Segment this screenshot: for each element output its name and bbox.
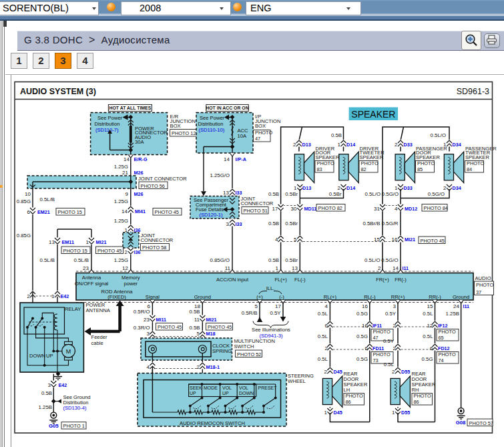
svg-text:24: 24 — [453, 303, 459, 309]
svg-text:16: 16 — [362, 323, 368, 329]
svg-text:0.5L: 0.5L — [423, 311, 433, 317]
svg-text:RL(+): RL(+) — [324, 294, 337, 300]
svg-text:I33: I33 — [236, 190, 242, 196]
svg-text:13: 13 — [292, 265, 298, 271]
svg-text:CONNECTOR: CONNECTOR — [141, 237, 174, 243]
svg-text:ON/OFF signal: ON/OFF signal — [75, 281, 109, 287]
svg-text:PHOTO: PHOTO — [361, 160, 379, 166]
svg-text:RR(+): RR(+) — [391, 294, 405, 300]
svg-text:EM21: EM21 — [37, 209, 50, 215]
svg-text:(FIXED): (FIXED) — [107, 294, 126, 300]
svg-text:17: 17 — [275, 303, 281, 309]
svg-text:MI21: MI21 — [206, 317, 217, 323]
svg-text:SPEAKER: SPEAKER — [351, 109, 395, 120]
svg-text:3: 3 — [226, 221, 230, 227]
svg-text:2: 2 — [393, 323, 397, 329]
svg-text:I36: I36 — [134, 249, 141, 255]
svg-text:0.5Y: 0.5Y — [270, 310, 281, 316]
svg-text:86: 86 — [414, 399, 419, 405]
svg-text:E42: E42 — [61, 293, 69, 299]
svg-text:PHOTO: PHOTO — [373, 351, 391, 357]
svg-text:10: 10 — [25, 191, 31, 197]
svg-text:(SD110-7): (SD110-7) — [95, 127, 119, 133]
svg-text:1: 1 — [338, 142, 341, 148]
svg-text:DOWN: DOWN — [239, 391, 254, 396]
svg-text:1: 1 — [395, 185, 398, 191]
svg-text:MI41: MI41 — [135, 208, 146, 214]
svg-text:0.5G: 0.5G — [356, 333, 368, 339]
svg-text:0.5B: 0.5B — [268, 257, 279, 263]
svg-text:M: M — [66, 348, 71, 355]
svg-text:0.5G: 0.5G — [356, 356, 368, 362]
svg-text:2: 2 — [125, 249, 128, 255]
svg-text:RR(-): RR(-) — [429, 294, 441, 300]
svg-text:BOX: BOX — [170, 123, 181, 129]
svg-text:13: 13 — [223, 190, 229, 196]
svg-text:M26: M26 — [134, 191, 144, 197]
svg-text:82: 82 — [361, 166, 366, 172]
svg-text:1.25B: 1.25B — [446, 311, 459, 317]
svg-text:15: 15 — [427, 303, 433, 309]
svg-text:0.5B: 0.5B — [268, 220, 279, 227]
svg-text:PHOTO: PHOTO — [373, 329, 391, 335]
svg-text:D13: D13 — [302, 142, 311, 148]
svg-text:PHOTO: PHOTO — [414, 393, 431, 399]
svg-text:DOWN: DOWN — [29, 353, 45, 359]
svg-text:4: 4 — [395, 206, 398, 212]
svg-text:FR(-): FR(-) — [395, 277, 407, 283]
svg-text:0.5L: 0.5L — [318, 311, 328, 317]
svg-text:I33: I33 — [236, 221, 242, 227]
svg-text:PHOTO: PHOTO — [255, 130, 272, 136]
svg-text:D33: D33 — [404, 142, 413, 148]
svg-text:(-): (-) — [279, 294, 284, 300]
svg-text:D55: D55 — [401, 369, 410, 375]
svg-text:Ground: Ground — [453, 294, 469, 300]
svg-text:30A: 30A — [135, 139, 144, 145]
svg-text:65: 65 — [439, 335, 444, 341]
svg-text:MD12: MD12 — [405, 206, 417, 212]
svg-text:D34: D34 — [453, 185, 461, 191]
svg-text:MI21: MI21 — [96, 239, 107, 245]
svg-text:2: 2 — [325, 345, 328, 351]
svg-text:0.5B: 0.5B — [41, 390, 52, 396]
svg-text:PHOTO: PHOTO — [439, 351, 456, 357]
svg-text:6: 6 — [365, 345, 368, 351]
svg-text:Ground: Ground — [194, 294, 211, 300]
svg-text:0.5B: 0.5B — [189, 325, 200, 331]
svg-text:0.5L/B: 0.5L/B — [39, 257, 55, 263]
svg-text:0.5L/O: 0.5L/O — [365, 191, 381, 197]
svg-text:FD11: FD11 — [372, 345, 384, 351]
svg-text:0.85G: 0.85G — [17, 233, 31, 239]
svg-text:(SD110-10): (SD110-10) — [199, 127, 225, 133]
svg-text:PHOTO: PHOTO — [439, 329, 456, 335]
svg-text:RL(-): RL(-) — [364, 294, 376, 300]
svg-text:0.5L/B: 0.5L/B — [73, 257, 89, 263]
svg-text:G05: G05 — [49, 423, 59, 429]
svg-text:0.5R/B: 0.5R/B — [242, 310, 258, 316]
svg-text:0.5L/O: 0.5L/O — [431, 132, 446, 138]
svg-text:PHOTO 82: PHOTO 82 — [318, 205, 342, 211]
svg-text:ACC/ON input: ACC/ON input — [216, 277, 249, 283]
svg-text:PHOTO 84: PHOTO 84 — [424, 205, 448, 211]
svg-text:(SD120-1): (SD120-1) — [199, 212, 222, 218]
svg-text:0.5G/O: 0.5G/O — [381, 257, 398, 263]
svg-text:SPEAKER: SPEAKER — [465, 154, 489, 160]
svg-text:SD961-3: SD961-3 — [457, 87, 489, 96]
svg-text:4: 4 — [275, 237, 278, 243]
svg-text:D45: D45 — [334, 410, 342, 416]
svg-text:1.25G: 1.25G — [114, 257, 128, 263]
svg-text:0.85G: 0.85G — [17, 198, 31, 204]
svg-text:0.5G: 0.5G — [422, 356, 433, 362]
svg-text:(+): (+) — [256, 294, 263, 300]
svg-text:86: 86 — [346, 399, 351, 405]
svg-text:MI11: MI11 — [156, 317, 167, 323]
svg-text:84: 84 — [467, 166, 472, 172]
svg-text:PHOTO 45: PHOTO 45 — [421, 238, 445, 244]
svg-text:CONNECTOR: CONNECTOR — [241, 200, 274, 206]
svg-text:1.25G: 1.25G — [114, 164, 128, 170]
svg-text:D34: D34 — [453, 142, 461, 148]
svg-text:G08: G08 — [456, 420, 466, 426]
svg-text:Distribution: Distribution — [95, 121, 120, 127]
svg-text:Distribution: Distribution — [198, 121, 224, 127]
svg-text:I36: I36 — [134, 227, 141, 233]
